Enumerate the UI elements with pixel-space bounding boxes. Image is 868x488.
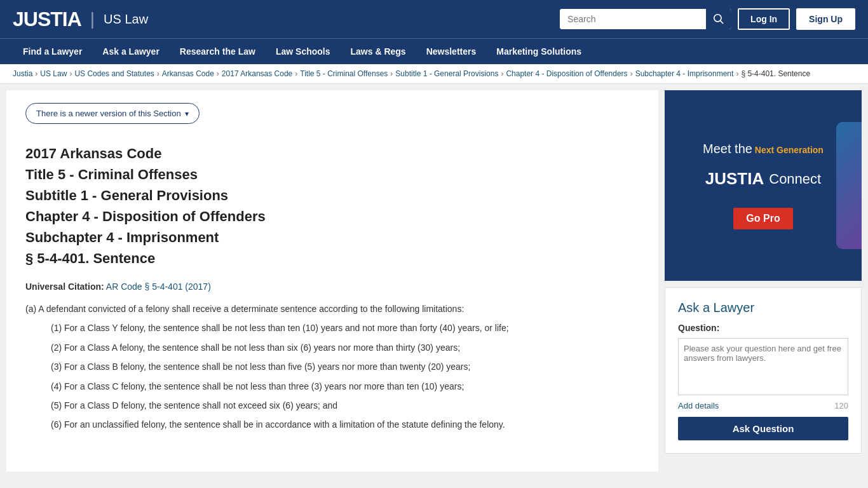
body-item-1: (2) For a Class A felony, the sentence s… [25,341,639,355]
breadcrumb-sep-4: › [295,69,297,78]
login-button[interactable]: Log In [738,8,790,30]
breadcrumb-2017-ark[interactable]: 2017 Arkansas Code [222,69,292,78]
main-nav: Find a Lawyer Ask a Lawyer Research the … [0,38,868,64]
breadcrumb-sep-8: › [736,69,738,78]
search-icon [714,14,724,24]
citation-label: Universal Citation: [25,281,104,292]
search-button[interactable] [706,9,731,29]
citation-line: Universal Citation: AR Code § 5-4-401 (2… [25,281,639,292]
logo-divider: | [90,9,95,29]
body-text: (a) A defendant convicted of a felony sh… [25,302,639,432]
ask-question-button[interactable]: Ask Question [678,417,848,440]
nav-find-lawyer[interactable]: Find a Lawyer [13,39,92,64]
breadcrumb-justia[interactable]: Justia [13,69,32,78]
logo-area: JUSTIA | US Law [13,8,148,31]
breadcrumb-subchapter4[interactable]: Subchapter 4 - Imprisonment [635,69,734,78]
breadcrumb-chapter4[interactable]: Chapter 4 - Disposition of Offenders [506,69,627,78]
breadcrumb-sep-7: › [630,69,633,78]
chevron-down-icon: ▾ [185,109,189,118]
title-line6: § 5-4-401. Sentence [25,250,155,266]
ad-meet-line: Meet the Next Generation [703,142,824,156]
ad-connect-text: Connect [769,171,821,187]
nav-ask-lawyer[interactable]: Ask a Lawyer [92,39,170,64]
body-item-4: (5) For a Class D felony, the sentence s… [25,398,639,412]
body-item-5: (6) For an unclassified felony, the sent… [25,417,639,431]
question-label: Question: [678,323,848,333]
breadcrumb-current: § 5-4-401. Sentence [741,69,810,78]
ad-meet-text: Meet the [703,142,752,156]
breadcrumb-sep-2: › [157,69,159,78]
breadcrumb-sep-3: › [217,69,219,78]
breadcrumb-title5[interactable]: Title 5 - Criminal Offenses [300,69,388,78]
title-block: 2017 Arkansas Code Title 5 - Criminal Of… [25,143,639,269]
breadcrumb-sep-6: › [501,69,503,78]
header-right: Log In Sign Up [560,8,855,30]
main-layout: There is a newer version of this Section… [0,84,868,478]
title-line2: Title 5 - Criminal Offenses [25,166,198,182]
search-container [560,9,731,29]
logo-uslaw: US Law [104,12,148,27]
newer-version-label: There is a newer version of this Section [36,109,181,118]
nav-marketing[interactable]: Marketing Solutions [486,39,592,64]
ad-shape [836,122,862,249]
title-line3: Subtitle 1 - General Provisions [25,187,228,203]
body-item-2: (3) For a Class B felony, the sentence s… [25,360,639,374]
body-intro: (a) A defendant convicted of a felony sh… [25,302,639,316]
logo-justia[interactable]: JUSTIA [13,8,81,31]
nav-research-law[interactable]: Research the Law [170,39,266,64]
body-item-3: (4) For a Class C felony, the sentence s… [25,379,639,393]
char-count: 120 [834,401,848,410]
ad-box: Meet the Next Generation JUSTIA Connect … [665,90,862,281]
citation-link[interactable]: AR Code § 5-4-401 (2017) [106,281,211,292]
ask-lawyer-box: Ask a Lawyer Question: Add details 120 A… [665,287,862,454]
breadcrumb-sep-1: › [69,69,72,78]
breadcrumb-sep-5: › [390,69,393,78]
newer-version-button[interactable]: There is a newer version of this Section… [25,103,200,124]
header: JUSTIA | US Law Log In Sign Up [0,0,868,38]
content-area: There is a newer version of this Section… [6,90,658,471]
add-details-row: Add details 120 [678,401,848,410]
ask-lawyer-title: Ask a Lawyer [678,301,848,315]
title-line5: Subchapter 4 - Imprisonment [25,229,219,245]
signup-button[interactable]: Sign Up [796,8,855,30]
ad-justia-logo: JUSTIA [705,169,764,189]
ad-justia-connect: JUSTIA Connect [705,169,821,189]
ad-go-pro-button[interactable]: Go Pro [733,208,792,229]
nav-law-schools[interactable]: Law Schools [266,39,341,64]
question-textarea[interactable] [678,338,848,395]
body-item-0: (1) For a Class Y felony, the sentence s… [25,321,639,335]
nav-newsletters[interactable]: Newsletters [416,39,487,64]
search-input[interactable] [560,9,706,29]
breadcrumb-us-codes[interactable]: US Codes and Statutes [74,69,154,78]
title-line4: Chapter 4 - Disposition of Offenders [25,208,266,224]
breadcrumb: Justia › US Law › US Codes and Statutes … [0,64,868,84]
add-details-link[interactable]: Add details [678,401,719,410]
breadcrumb-arkansas-code[interactable]: Arkansas Code [162,69,214,78]
sidebar: Meet the Next Generation JUSTIA Connect … [658,84,868,478]
ad-next-gen-text: Next Generation [755,145,824,155]
breadcrumb-subtitle1[interactable]: Subtitle 1 - General Provisions [395,69,498,78]
breadcrumb-sep-0: › [35,69,37,78]
breadcrumb-us-law[interactable]: US Law [40,69,67,78]
nav-laws-regs[interactable]: Laws & Regs [341,39,416,64]
title-line1: 2017 Arkansas Code [25,146,161,161]
